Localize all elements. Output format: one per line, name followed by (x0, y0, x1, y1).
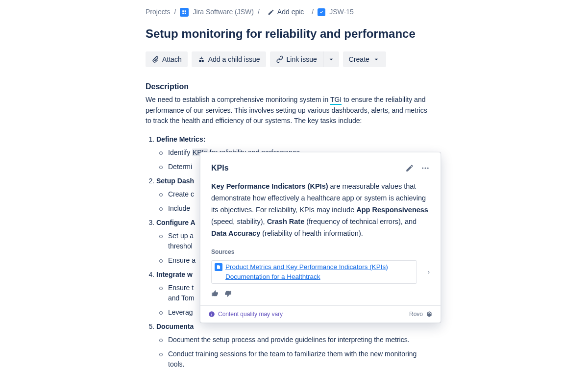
create-button[interactable]: Create (343, 51, 386, 67)
task-head: Integrate w (156, 271, 193, 278)
link-issue-more-button[interactable] (323, 51, 339, 67)
description-heading: Description (146, 81, 588, 93)
more-icon[interactable] (421, 164, 430, 173)
source-link-text: Product Metrics and Key Performance Indi… (225, 262, 414, 282)
term-tgi[interactable]: TGI (330, 96, 342, 105)
breadcrumb-project[interactable]: Jira Software (JSW) (193, 7, 253, 17)
add-epic-button[interactable]: Add epic (264, 7, 308, 17)
svg-point-0 (422, 168, 423, 169)
list-item: Conduct training sessions for the team t… (166, 349, 430, 370)
breadcrumb-sep: / (174, 7, 176, 17)
project-icon (180, 8, 189, 17)
popover-title: KPIs (211, 162, 229, 174)
create-label: Create (349, 55, 369, 63)
info-icon (208, 311, 215, 318)
chevron-down-icon (327, 55, 335, 63)
add-child-button[interactable]: Add a child issue (192, 51, 266, 67)
thumbs-down-icon[interactable] (224, 290, 232, 297)
task-head: Documenta (156, 322, 194, 330)
page-title: Setup monitoring for reliability and per… (146, 25, 588, 43)
task-head: Setup Dash (156, 177, 194, 185)
svg-point-1 (425, 168, 426, 169)
chevron-down-icon (372, 55, 380, 63)
document-icon (215, 263, 222, 271)
rovo-icon (426, 311, 433, 318)
breadcrumb-sep: / (258, 7, 260, 17)
thumbs-up-icon[interactable] (211, 290, 219, 297)
source-link[interactable]: Product Metrics and Key Performance Indi… (211, 260, 417, 284)
svg-point-2 (427, 168, 429, 169)
chevron-right-icon[interactable]: › (428, 268, 430, 276)
rovo-brand: Rovo (409, 310, 433, 319)
definition-popover: KPIs Key Performance Indicators (KPIs) a… (200, 152, 441, 323)
list-item: Document the setup process and provide g… (166, 335, 430, 345)
attach-button[interactable]: Attach (146, 51, 188, 67)
issue-type-icon (318, 8, 325, 16)
popover-body: Key Performance Indicators (KPIs) are me… (211, 181, 430, 240)
attach-label: Attach (162, 55, 182, 63)
link-label: Link issue (287, 55, 317, 63)
quality-notice: Content quality may vary (208, 310, 283, 319)
description-text: We need to establish a comprehensive mon… (146, 95, 430, 126)
breadcrumb-sep: / (312, 7, 314, 17)
breadcrumb-issue-key[interactable]: JSW-15 (329, 7, 354, 17)
add-child-label: Add a child issue (208, 55, 260, 63)
sources-label: Sources (211, 247, 430, 256)
edit-icon[interactable] (405, 164, 414, 173)
task-head: Configure A (156, 219, 196, 226)
breadcrumb-projects[interactable]: Projects (146, 7, 171, 17)
issue-toolbar: Attach Add a child issue Link issue Crea… (146, 51, 588, 67)
task-head: Define Metrics: (156, 135, 205, 143)
link-issue-button[interactable]: Link issue (270, 51, 323, 67)
breadcrumb: Projects / Jira Software (JSW) / Add epi… (146, 7, 588, 17)
add-epic-label: Add epic (277, 7, 304, 17)
task-item: Documenta Document the setup process and… (156, 322, 430, 370)
